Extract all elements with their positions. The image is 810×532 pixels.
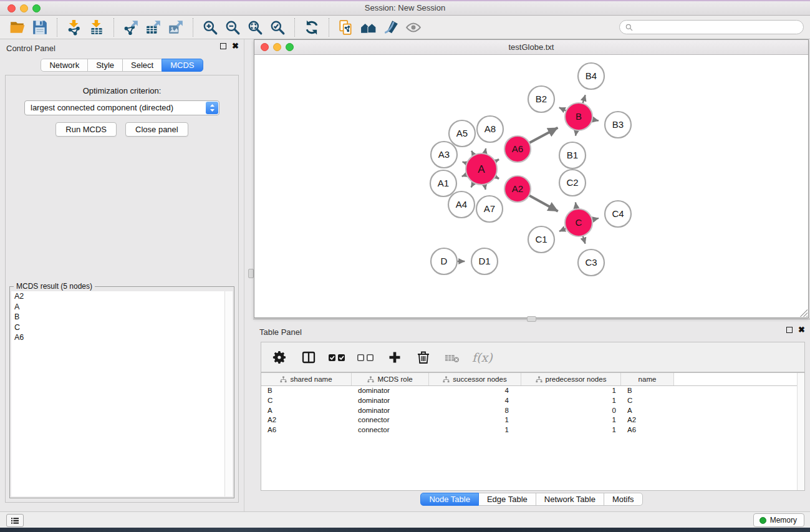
run-mcds-button[interactable]: Run MCDS	[55, 122, 117, 137]
table-cell[interactable]: connector	[352, 415, 429, 425]
graph-edge-B-B2[interactable]	[559, 107, 566, 110]
table-tab-network-table[interactable]: Network Table	[536, 493, 604, 506]
graph-edge-A-A3[interactable]	[463, 162, 467, 163]
mcds-result-item[interactable]: B	[11, 312, 233, 322]
table-scrollbar[interactable]	[797, 373, 804, 490]
export-image-icon[interactable]	[165, 18, 187, 37]
graph-edge-A-A4[interactable]	[471, 183, 474, 188]
tab-select[interactable]: Select	[122, 59, 162, 72]
search-input[interactable]	[634, 23, 803, 32]
zoom-selected-icon[interactable]	[266, 18, 289, 37]
table-cell[interactable]: 1	[521, 425, 621, 435]
tab-network[interactable]: Network	[41, 59, 88, 72]
table-cell[interactable]: 1	[429, 425, 521, 435]
search-box[interactable]	[619, 20, 804, 34]
graph-node-B3[interactable]: B3	[605, 112, 631, 138]
graph-edge-B-B1[interactable]	[576, 130, 576, 136]
table-tab-edge-table[interactable]: Edge Table	[478, 493, 536, 506]
table-row[interactable]: Adominator80A	[261, 406, 804, 416]
table-cell[interactable]: dominator	[352, 386, 429, 396]
graph-edge-B-B3[interactable]	[592, 119, 599, 120]
close-table-panel-icon[interactable]: ✖	[798, 327, 805, 333]
graph-node-A5[interactable]: A5	[449, 120, 475, 147]
table-cell[interactable]: 1	[429, 415, 521, 425]
mcds-result-list[interactable]: A2ABCA6	[11, 291, 233, 496]
close-panel-button[interactable]: Close panel	[125, 122, 188, 137]
import-table-icon[interactable]	[85, 18, 108, 37]
table-row[interactable]: Cdominator41C	[261, 396, 804, 406]
column-header-shared-name[interactable]: shared name	[261, 373, 352, 385]
table-cell[interactable]: dominator	[352, 396, 429, 406]
hide-annotations-icon[interactable]	[380, 18, 402, 37]
mcds-result-item[interactable]: A2	[11, 291, 233, 302]
table-cell[interactable]: 4	[429, 396, 521, 406]
tab-style[interactable]: Style	[87, 59, 123, 72]
table-cell[interactable]: A2	[261, 415, 352, 425]
table-cell[interactable]: 0	[521, 406, 621, 416]
mcds-list-scrollbar[interactable]	[224, 291, 233, 496]
graph-node-C[interactable]: C	[565, 209, 592, 236]
mcds-result-item[interactable]: C	[11, 322, 233, 333]
network-view-window[interactable]: testGlobe.txt B4B2BB3A5A8A6A3B1AC2A1A2A4…	[254, 39, 809, 318]
memory-button[interactable]: Memory	[753, 513, 804, 527]
table-row[interactable]: A2connector11A2	[261, 415, 804, 425]
table-cell[interactable]: 1	[521, 396, 621, 406]
graph-node-C1[interactable]: C1	[528, 226, 554, 253]
graph-node-C2[interactable]: C2	[559, 170, 586, 196]
table-cell[interactable]: C	[621, 396, 674, 406]
table-cell[interactable]: A	[261, 406, 352, 416]
graph-node-C4[interactable]: C4	[605, 201, 631, 227]
graph-node-D[interactable]: D	[431, 248, 457, 274]
graph-edge-A6-B[interactable]	[529, 128, 558, 143]
graph-edge-A-A5[interactable]	[471, 151, 474, 155]
table-cell[interactable]: B	[621, 386, 674, 396]
deselect-all-icon[interactable]	[356, 347, 376, 367]
show-eye-icon[interactable]	[402, 18, 425, 37]
zoom-out-icon[interactable]	[221, 18, 244, 37]
table-cell[interactable]: A6	[261, 425, 352, 435]
table-cell[interactable]: A2	[621, 415, 674, 425]
vertical-split-grip[interactable]	[248, 269, 254, 278]
column-header-successor-nodes[interactable]: successor nodes	[429, 373, 521, 385]
graph-node-B[interactable]: B	[565, 103, 592, 130]
graph-node-C3[interactable]: C3	[578, 249, 604, 276]
add-icon[interactable]	[385, 347, 405, 367]
table-cell[interactable]: C	[261, 396, 352, 406]
graph-edge-A-A7[interactable]	[485, 184, 486, 189]
graph-node-A6[interactable]: A6	[504, 136, 531, 162]
export-network-icon[interactable]	[120, 18, 142, 37]
graph-edge-C-C2[interactable]	[576, 202, 577, 209]
graph-node-D1[interactable]: D1	[471, 248, 498, 274]
column-header-name[interactable]: name	[621, 373, 674, 385]
clone-network-icon[interactable]	[335, 18, 357, 37]
table-cell[interactable]: 4	[429, 386, 521, 396]
graph-edge-C-C3[interactable]	[583, 236, 586, 244]
table-tab-motifs[interactable]: Motifs	[604, 493, 643, 506]
table-cell[interactable]: 8	[429, 406, 521, 416]
graph-node-A7[interactable]: A7	[476, 196, 503, 222]
refresh-icon[interactable]	[301, 18, 323, 37]
task-history-button[interactable]	[6, 514, 24, 527]
zoom-in-icon[interactable]	[199, 18, 221, 37]
tab-mcds[interactable]: MCDS	[162, 59, 203, 72]
home-icon[interactable]	[357, 18, 380, 37]
graph-edge-A-A8[interactable]	[485, 148, 486, 154]
table-cell[interactable]: B	[261, 386, 352, 396]
import-network-icon[interactable]	[63, 18, 85, 37]
select-all-icon[interactable]	[327, 347, 347, 367]
graph-edge-C-C1[interactable]	[559, 228, 566, 231]
table-cell[interactable]: connector	[352, 425, 429, 435]
float-panel-icon[interactable]	[220, 43, 226, 49]
graph-node-A1[interactable]: A1	[430, 170, 456, 196]
column-header-predecessor-nodes[interactable]: predecessor nodes	[521, 373, 621, 385]
mcds-result-item[interactable]: A	[11, 302, 233, 312]
column-header-MCDS-role[interactable]: MCDS role	[352, 373, 429, 385]
settings-icon[interactable]	[270, 347, 290, 367]
window-resize-grip[interactable]	[800, 309, 808, 317]
delete-icon[interactable]	[413, 347, 433, 367]
export-table-icon[interactable]	[142, 18, 165, 37]
open-session-icon[interactable]	[6, 18, 29, 37]
graph-node-B1[interactable]: B1	[559, 142, 586, 168]
graph-edge-B-B4[interactable]	[582, 95, 585, 104]
graph-node-A2[interactable]: A2	[504, 176, 531, 202]
